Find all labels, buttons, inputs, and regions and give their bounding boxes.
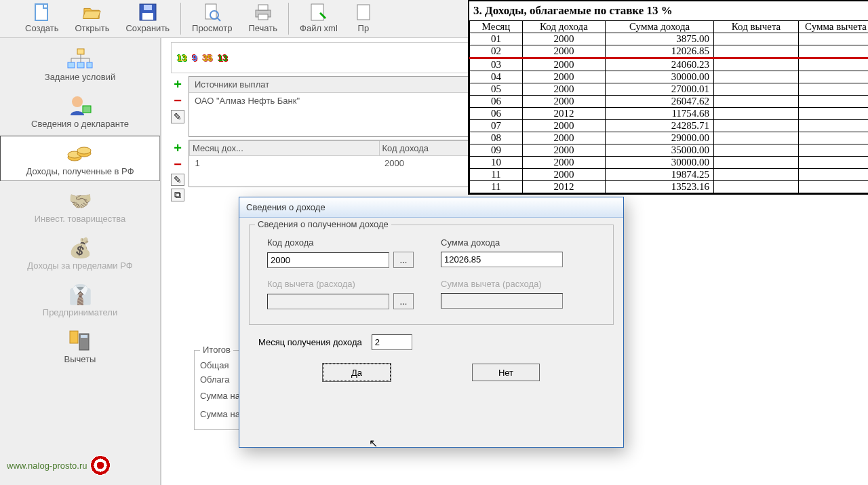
coins-icon [66,140,94,166]
yes-button[interactable]: Да [323,364,391,381]
dedcode-browse-button[interactable]: ... [393,293,414,309]
add-source-button[interactable]: + [171,77,184,91]
open-label: Открыть [75,23,109,33]
conditions-label: Задание условий [45,72,115,82]
svg-rect-12 [77,49,84,54]
deductions-label: Вычеты [64,354,96,364]
target-icon [90,455,111,476]
rate-tabs[interactable]: 13 9 35 13 [171,42,469,73]
entrepreneurs-label: Предприниматели [43,307,117,317]
svg-rect-10 [311,4,323,20]
month-input[interactable] [372,334,412,350]
save-button[interactable]: Сохранить [117,1,178,36]
paper-overlay: 3. Доходы, облагаемые по ставке 13 % Мес… [468,0,868,195]
declarant-label: Сведения о декларанте [31,119,129,129]
code-browse-button[interactable]: ... [393,252,414,268]
totals-legend: Итогов [200,345,233,355]
paper-row: 09200035000.00 [470,144,869,157]
ph-sum: Сумма дохода [606,21,714,33]
sidebar-item-declarant[interactable]: Сведения о декларанте [0,89,160,133]
check-label: Пр [358,23,370,33]
month-label: Месяц получения дохода [258,337,362,347]
copy-income-button[interactable]: ⧉ [171,189,184,201]
no-button[interactable]: Нет [472,364,540,381]
income-buttons: + − ✎ ⧉ [171,140,184,187]
paper-row: 10200030000.00 [470,157,869,169]
dialog-title[interactable]: Сведения о доходе [239,197,623,218]
new-file-icon [33,3,52,22]
rate-9[interactable]: 9 [192,53,197,63]
dialog-buttons: Да Нет [249,364,614,381]
paper-row: 04200030000.00 [470,71,869,83]
income-dialog: Сведения о доходе Сведения о полученном … [239,197,624,448]
paper-row: 03200024060.23 [470,58,869,71]
rate-13b[interactable]: 13 [218,53,227,63]
xml-icon [309,3,328,22]
toolbar-sep-1 [180,3,181,35]
svg-rect-0 [35,4,47,20]
open-button[interactable]: Открыть [66,1,117,36]
calculator-icon [66,328,94,354]
rate-13a[interactable]: 13 [177,53,186,63]
sidebar-item-entrepreneurs: 👔 Предприниматели [0,277,160,322]
col-month[interactable]: Месяц дох... [190,141,380,156]
sidebar-item-conditions[interactable]: Задание условий [0,42,160,86]
paper-table: Месяц Код дохода Сумма дохода Код вычета… [469,20,868,193]
toolbar-sep-2 [288,3,289,35]
check-button[interactable]: Пр [346,1,381,36]
briefcase-person-icon: 👔 [66,282,94,307]
del-income-button[interactable]: − [171,157,184,171]
svg-rect-13 [68,62,75,68]
dedcode-label: Код вычета (расхода) [267,279,414,289]
sidebar-item-deductions[interactable]: Вычеты [0,324,160,368]
print-button[interactable]: Печать [240,1,285,36]
code-field: Код дохода ... [267,237,414,268]
del-source-button[interactable]: − [171,94,184,107]
paper-row: 06201211754.68 [470,108,869,120]
sidebar-item-income-rf[interactable]: Доходы, полученные в РФ [0,136,160,181]
folder-open-icon [83,3,102,22]
sum-field: Сумма дохода [441,237,563,268]
paper-row: 11201213523.16 [470,181,869,193]
add-income-button[interactable]: + [171,141,184,155]
dedcode-input [267,294,389,309]
dedsum-input [441,293,563,309]
sidebar-item-income-foreign: 💰 Доходы за пределами РФ [0,231,160,275]
nav-sidebar: Задание условий Сведения о декларанте До… [0,38,161,485]
printer-icon [254,3,273,22]
watermark-text: www.nalog-prosto.ru [7,461,87,471]
sum-input[interactable] [441,252,563,267]
group-legend: Сведения о полученном доходе [255,219,391,229]
ph-code: Код дохода [522,21,605,33]
edit-source-button[interactable]: ✎ [171,110,184,123]
sidebar-item-invest: 🤝 Инвест. товарищества [0,184,160,228]
save-label: Сохранить [125,23,170,33]
svg-rect-24 [70,331,78,343]
code-label: Код дохода [267,237,414,248]
month-row: Месяц получения дохода [258,334,614,350]
watermark: www.nalog-prosto.ru [7,455,111,476]
edit-income-button[interactable]: ✎ [171,174,184,186]
create-label: Создать [25,23,58,33]
invest-label: Инвест. товарищества [35,214,126,224]
tree-icon [66,46,94,72]
paper-row: 08200029000.00 [470,132,869,144]
ph-dsum: Сумма вычета [799,21,869,33]
magnifier-page-icon [203,3,222,22]
svg-rect-2 [142,13,153,20]
print-label: Печать [248,23,277,33]
paper-row: 02200012026.85 [470,45,869,58]
code-input[interactable] [267,252,389,268]
file-xml-button[interactable]: Файл xml [292,1,346,36]
sources-buttons: + − ✎ [171,76,184,137]
paper-row: 07200024285.71 [470,120,869,132]
dedsum-field: Сумма вычета (расхода) [441,279,563,309]
rate-35[interactable]: 35 [203,53,212,63]
svg-rect-8 [258,5,268,10]
preview-button[interactable]: Просмотр [184,1,240,36]
money-bag-icon: 💰 [66,235,94,260]
svg-rect-9 [258,14,268,20]
svg-rect-17 [83,106,91,113]
dialog-groupbox: Сведения о полученном доходе Код дохода … [249,225,614,325]
create-button[interactable]: Создать [17,1,66,36]
